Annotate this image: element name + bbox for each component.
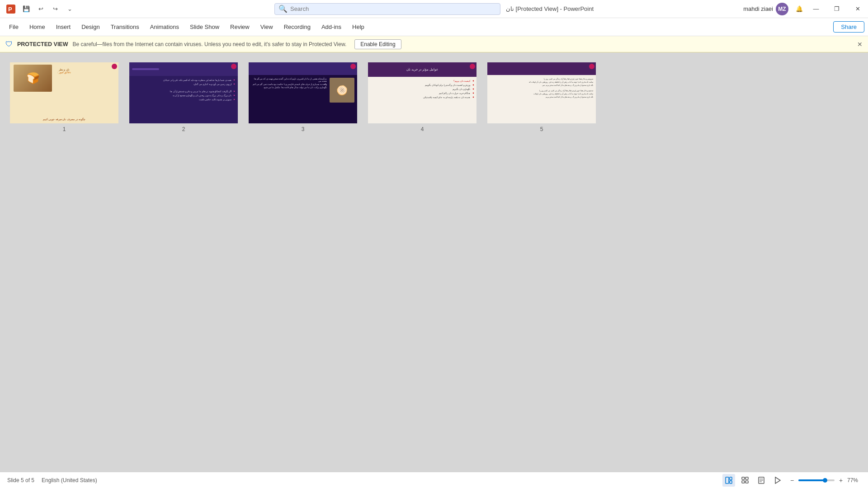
slide-thumb-3[interactable]: متأسفانه بعضی از ما نان اضرری داریم که ن… <box>248 61 358 132</box>
slide-5-line-2: ساعت که مادری که یا توجه به آداب رفتن آن… <box>490 81 593 83</box>
redo-button[interactable]: ↪ <box>49 3 61 15</box>
menu-animations[interactable]: Animations <box>145 21 184 33</box>
slide-4-thumbnail: عوامل مؤثر در خرید نان کیفیت نان بپریم؟ … <box>368 62 476 123</box>
slide-5-wrapper: سرویس و ما از هفتا خودر اوج و قبلا رفقا … <box>486 61 597 124</box>
save-button[interactable]: 💾 <box>20 3 33 15</box>
menu-file[interactable]: File <box>4 21 24 33</box>
menu-review[interactable]: Review <box>225 21 255 33</box>
notifications-button[interactable]: 🔔 <box>793 3 806 15</box>
slide-info: Slide 5 of 5 <box>7 477 34 483</box>
slide-5-header <box>487 62 596 75</box>
slide-4-item-2: ورزش و اهمیت نان و گندم را برای کودکان ب… <box>371 84 474 86</box>
titlebar-right: mahdi ziaei MZ 🔔 — ❐ ✕ <box>739 0 868 18</box>
slide-3-line-2: واقعه به بسیاری از حرف های قیمتی فارسی و… <box>251 83 327 85</box>
menu-addins[interactable]: Add-ins <box>316 21 347 33</box>
restore-button[interactable]: ❐ <box>826 0 847 18</box>
protected-label: PROTECTED VIEW <box>17 41 68 47</box>
slide-3-header <box>249 62 357 75</box>
slide-3-body: متأسفانه بعضی از ما نان اضرری داریم که ن… <box>249 75 357 123</box>
svg-rect-7 <box>742 481 745 483</box>
slide-5-number: 5 <box>540 126 543 132</box>
slide-4-item-3: نگهداری نان بگیریم <box>371 88 474 90</box>
menu-home[interactable]: Home <box>24 21 51 33</box>
zoom-slider[interactable] <box>798 479 835 481</box>
close-button[interactable]: ✕ <box>847 0 868 18</box>
slide-2-header <box>129 62 238 76</box>
titlebar-left: P 💾 ↩ ↪ ⌄ <box>4 2 76 16</box>
slide-4-title: عوامل مؤثر در خرید نان <box>406 68 438 71</box>
slide-4-item-5: هدینه نان نه بلچه پارچه ای به جای کیسه پ… <box>371 96 474 99</box>
share-button[interactable]: Share <box>833 21 864 33</box>
slide-4-item-4: هنگام خرید حرارت نان را کم کنیم <box>371 92 474 94</box>
slideshow-button[interactable] <box>771 474 784 487</box>
slide-5-mark <box>589 64 594 69</box>
zoom-in-button[interactable]: + <box>836 476 845 485</box>
slide-5-line-6: نگه داری صحیح از مادربزرگ و بچه های ما ا… <box>490 96 593 98</box>
slide-thumb-1[interactable]: 🍞 نان و نظر دقائق امور : چگونه در مصرف ن… <box>9 61 119 132</box>
slide-3-wrapper: متأسفانه بعضی از ما نان اضرری داریم که ن… <box>248 61 358 124</box>
svg-text:P: P <box>8 6 12 13</box>
normal-view-button[interactable] <box>722 474 735 487</box>
zoom-percent[interactable]: 77% <box>847 477 861 483</box>
slide-4-mark <box>470 64 475 69</box>
user-avatar[interactable]: MZ <box>776 3 788 15</box>
svg-marker-13 <box>775 477 780 483</box>
slide-4-wrapper: عوامل مؤثر در خرید نان کیفیت نان بپریم؟ … <box>367 61 477 124</box>
reading-view-button[interactable] <box>755 474 768 487</box>
slide-2-mark <box>231 64 236 69</box>
svg-rect-4 <box>730 481 732 483</box>
menu-transitions[interactable]: Transitions <box>105 21 145 33</box>
zoom-control: − + 77% <box>788 476 861 485</box>
menu-recording[interactable]: Recording <box>278 21 316 33</box>
svg-rect-3 <box>730 477 732 480</box>
customize-qat-button[interactable]: ⌄ <box>63 3 76 15</box>
slide-5-line-1: سرویس و ما از هفتا خودر اوج و قبلا رفقا … <box>490 78 593 80</box>
slide-5-line-5: ساعت که مادری که یا توجه به آداب رفتن آن… <box>490 93 593 95</box>
statusbar-right: − + 77% <box>722 474 861 487</box>
menu-design[interactable]: Design <box>76 21 105 33</box>
slide-2-line-3: اگر نگرفت کنجکاو بشوید تر های ما ی پیر و… <box>132 90 235 93</box>
menu-slideshow[interactable]: Slide Show <box>184 21 225 33</box>
slide-2-line-5: سورتی بر نشوند تاکید خاصی داشت <box>132 98 235 101</box>
slide-1-mark <box>112 64 117 69</box>
svg-rect-2 <box>726 477 729 483</box>
slide-2-thumbnail: همه ی شما بارها شاهد این منظره بوده اید … <box>129 62 238 123</box>
enable-editing-button[interactable]: Enable Editing <box>354 39 401 49</box>
slide-5-body: سرویس و ما از هفتا خودر اوج و قبلا رفقا … <box>487 75 596 123</box>
slide-2-wrapper: همه ی شما بارها شاهد این منظره بوده اید … <box>128 61 239 124</box>
svg-rect-8 <box>745 481 748 483</box>
search-input[interactable] <box>290 5 496 12</box>
slide-sorter-button[interactable] <box>739 474 751 487</box>
menu-bar: File Home Insert Design Transitions Anim… <box>0 18 868 36</box>
slides-panel: 🍞 نان و نظر دقائق امور : چگونه در مصرف ن… <box>0 52 868 472</box>
banner-close-button[interactable]: ✕ <box>857 41 863 48</box>
slide-2-line-2: از روی زمین می آورد و به کناری می گذارد <box>132 83 235 85</box>
slide-thumb-2[interactable]: همه ی شما بارها شاهد این منظره بوده اید … <box>128 61 239 132</box>
slide-thumb-5[interactable]: سرویس و ما از هفتا خودر اوج و قبلا رفقا … <box>486 61 597 132</box>
protected-banner: 🛡 PROTECTED VIEW Be careful—files from t… <box>0 36 868 52</box>
user-name: mahdi ziaei <box>743 5 773 12</box>
zoom-out-button[interactable]: − <box>788 476 797 485</box>
slide-1-number: 1 <box>63 126 66 132</box>
slide-thumb-4[interactable]: عوامل مؤثر در خرید نان کیفیت نان بپریم؟ … <box>367 61 477 132</box>
menu-insert[interactable]: Insert <box>51 21 76 33</box>
slide-5-line-4: صحیح و ما از هفتا خوبر اوج و قبلا رفقا آ… <box>490 89 593 92</box>
undo-button[interactable]: ↩ <box>34 3 47 15</box>
svg-rect-5 <box>742 477 745 479</box>
slide-1-wrapper: 🍞 نان و نظر دقائق امور : چگونه در مصرف ن… <box>9 61 119 124</box>
slide-3-number: 3 <box>302 126 305 132</box>
slide-4-item-1: کیفیت نان بپریم؟ <box>371 80 474 82</box>
slide-2-body: همه ی شما بارها شاهد این منظره بوده اید … <box>129 76 238 123</box>
title-bar: P 💾 ↩ ↪ ⌄ 🔍 نان [Protected View] - Power… <box>0 0 868 18</box>
svg-rect-6 <box>745 477 748 479</box>
powerpoint-icon: P <box>4 2 18 16</box>
menu-help[interactable]: Help <box>347 21 370 33</box>
slide-3-text: متأسفانه بعضی از ما نان اضرری داریم که ن… <box>251 78 327 121</box>
minimize-button[interactable]: — <box>806 0 826 18</box>
zoom-thumb <box>823 478 827 483</box>
language-info: English (United States) <box>42 477 97 483</box>
window-title: نان [Protected View] - PowerPoint <box>506 5 594 12</box>
search-box[interactable]: 🔍 <box>274 3 500 15</box>
shield-icon: 🛡 <box>5 40 13 48</box>
menu-view[interactable]: View <box>255 21 278 33</box>
